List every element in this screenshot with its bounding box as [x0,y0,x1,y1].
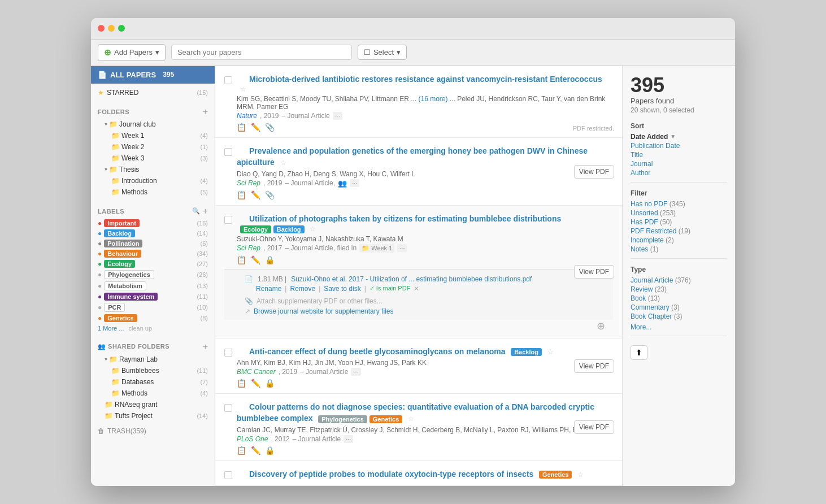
type-journal-article[interactable]: Journal Article (376) [631,276,727,285]
remove-x-icon[interactable]: ✕ [414,285,419,293]
sort-publication-date[interactable]: Publication Date [631,141,727,150]
edit-icon[interactable]: ✏️ [251,255,260,264]
paper-checkbox[interactable] [224,216,232,224]
collapse-icon[interactable]: ⊕ [224,320,613,332]
sidebar-item-metabolism[interactable]: ● Metabolism (13) [91,280,215,292]
sidebar-item-trash[interactable]: 🗑 TRASH (359) [91,425,215,437]
paper-star[interactable]: ☆ [280,159,286,167]
sidebar-item-pcr[interactable]: ● PCR (10) [91,302,215,313]
sidebar-item-behaviour[interactable]: ● Behaviour (34) [91,249,215,259]
lock-icon[interactable]: 🔒 [265,379,275,388]
sidebar-item-week1[interactable]: 📁 Week 1 (4) [91,130,215,141]
phylogenetics-tag[interactable]: Phylogenetics [318,415,367,423]
backlog-tag[interactable]: Backlog [273,225,305,233]
labels-search-icon[interactable]: 🔍 [192,207,201,215]
type-more[interactable]: More... [631,323,727,331]
type-book-chapter[interactable]: Book Chapter (3) [631,312,727,321]
sidebar-item-tufts[interactable]: 📁 Tufts Project (14) [91,410,215,422]
sidebar-item-methods[interactable]: 📁 Methods (5) [91,186,215,198]
sidebar-item-all-papers[interactable]: 📄 ALL PAPERS 395 [91,66,215,84]
edit-icon[interactable]: ✏️ [251,379,260,388]
type-review[interactable]: Review (23) [631,285,727,294]
paper-checkbox[interactable] [224,404,232,412]
pdf-browse-link[interactable]: Browse journal website for supplementary… [254,307,393,315]
filter-notes[interactable]: Notes (1) [631,245,727,254]
notes-icon[interactable]: 📋 [237,190,246,199]
sidebar-item-bumblebees[interactable]: 📁 Bumblebees (11) [91,365,215,376]
backlog-tag[interactable]: Backlog [511,348,542,356]
type-commentary[interactable]: Commentary (3) [631,303,727,312]
paper-checkbox[interactable] [224,471,232,479]
paper-checkbox[interactable] [224,148,232,156]
add-shared-folder-button[interactable]: + [203,342,208,351]
sidebar-item-shared-methods[interactable]: 📁 Methods (4) [91,388,215,399]
paper-checkbox[interactable] [224,76,232,84]
paper-title[interactable]: Microbiota-derived lantibiotic restores … [249,75,602,84]
filter-pdf-restricted[interactable]: PDF Restricted (19) [631,227,727,236]
view-pdf-button[interactable]: View PDF [574,420,614,434]
paper-star[interactable]: ☆ [240,85,246,93]
minimize-button[interactable] [108,25,115,32]
select-button[interactable]: ☐ Select ▾ [358,45,407,60]
sidebar-item-journal-club[interactable]: ▾ 📁 Journal club [91,119,215,130]
view-pdf-button[interactable]: View PDF [574,265,614,279]
pdf-attach-label[interactable]: Attach supplementary PDF or other files.… [257,297,382,305]
genetics-tag[interactable]: Genetics [539,471,572,479]
paper-title[interactable]: Utilization of photographs taken by citi… [249,214,561,223]
notes-icon[interactable]: 📋 [237,123,246,132]
filter-incomplete[interactable]: Incomplete (2) [631,236,727,245]
sort-author[interactable]: Author [631,168,727,177]
sidebar-item-week2[interactable]: 📁 Week 2 (1) [91,141,215,153]
paper-title[interactable]: Prevalence and population genetics of th… [237,146,588,167]
edit-icon[interactable]: ✏️ [251,446,260,455]
labels-more[interactable]: 1 More ... [98,325,124,332]
maximize-button[interactable] [118,25,125,32]
paperclip-icon[interactable]: 📎 [265,123,275,132]
sidebar-item-immune[interactable]: ● Immune system (11) [91,292,215,302]
sidebar-item-rnaseq[interactable]: 📁 RNAseq grant [91,399,215,410]
sidebar-item-genetics[interactable]: ● Genetics (8) [91,313,215,323]
sidebar-item-ecology[interactable]: ● Ecology (27) [91,259,215,269]
ecology-tag[interactable]: Ecology [240,225,271,233]
paper-title[interactable]: Colour patterns do not diagnose species:… [237,402,594,423]
sort-date-added[interactable]: Date Added ▼ [631,132,727,141]
sidebar-item-databases[interactable]: 📁 Databases (7) [91,376,215,388]
close-button[interactable] [98,25,105,32]
filter-unsorted[interactable]: Unsorted (253) [631,208,727,218]
genetics-tag[interactable]: Genetics [369,415,402,423]
lock-icon[interactable]: 🔒 [265,446,275,455]
notes-icon[interactable]: 📋 [237,255,246,264]
view-pdf-button[interactable]: View PDF [574,165,614,179]
save-to-disk-link[interactable]: Save to disk [324,285,360,293]
sidebar-item-thesis[interactable]: ▾ 📁 Thesis [91,164,215,175]
filter-has-no-pdf[interactable]: Has no PDF (345) [631,199,727,208]
sidebar-item-week3[interactable]: 📁 Week 3 (3) [91,153,215,164]
paper-star[interactable]: ☆ [577,471,584,479]
search-input[interactable] [171,45,352,60]
notes-icon[interactable]: 📋 [237,446,246,455]
add-label-button[interactable]: + [203,207,208,216]
paper-title[interactable]: Discovery of peptide probes to modulate … [249,470,533,479]
sidebar-item-backlog[interactable]: ● Backlog (14) [91,228,215,238]
lock-icon[interactable]: 🔒 [265,255,275,264]
edit-icon[interactable]: ✏️ [251,190,260,199]
paper-star[interactable]: ☆ [310,225,316,233]
rename-link[interactable]: Rename [256,285,281,293]
sidebar-item-starred[interactable]: ★ STARRED (15) [91,87,215,98]
sidebar-item-introduction[interactable]: 📁 Introduction (4) [91,175,215,186]
edit-icon[interactable]: ✏️ [251,123,260,132]
upload-button[interactable]: ⬆ [631,345,647,360]
sort-title[interactable]: Title [631,150,727,159]
add-papers-button[interactable]: ⊕ Add Papers ▾ [98,44,166,61]
view-pdf-button[interactable]: View PDF [574,359,614,373]
paper-checkbox[interactable] [224,349,232,357]
type-book[interactable]: Book (13) [631,294,727,303]
sidebar-item-phylogenetics[interactable]: ● Phylogenetics (26) [91,269,215,280]
paperclip-icon[interactable]: 📎 [265,190,275,199]
notes-icon[interactable]: 📋 [237,379,246,388]
filter-has-pdf[interactable]: Has PDF (50) [631,218,727,227]
sidebar-item-rayman-lab[interactable]: ▾ 📁 Rayman Lab [91,354,215,365]
sidebar-item-important[interactable]: ● Important (16) [91,218,215,228]
labels-clean[interactable]: clean up [128,325,152,332]
sort-journal[interactable]: Journal [631,159,727,168]
